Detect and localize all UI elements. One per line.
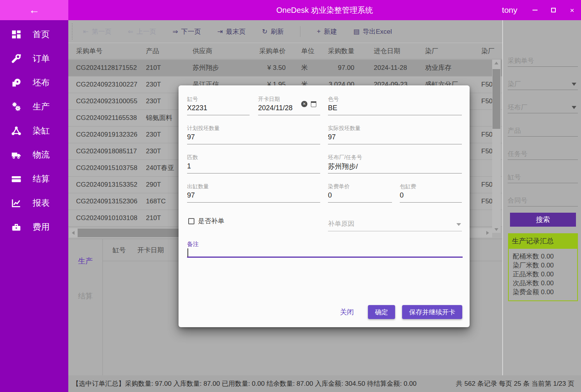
clear-icon[interactable]: ✕ — [301, 101, 307, 107]
search-input[interactable] — [508, 104, 578, 111]
out-qty-input[interactable] — [187, 190, 320, 203]
text-caret — [187, 248, 188, 257]
sidebar-item-settlement[interactable]: 结算 — [0, 167, 68, 191]
selected-order-summary: 【选中订单汇总】采购数量: 97.00 入库数量: 87.00 已用数量: 0.… — [72, 379, 416, 388]
dye-price-label: 染费单价 — [328, 183, 392, 190]
actual-qty-input[interactable] — [328, 132, 462, 144]
toolbar-label: 新建 — [324, 27, 337, 36]
chevron-down-icon — [456, 223, 461, 226]
scroll-down-icon[interactable] — [492, 226, 501, 233]
vertical-scrollbar[interactable] — [492, 59, 501, 233]
sidebar-item-production[interactable]: 生产 — [0, 95, 68, 119]
sidebar-item-fabric[interactable]: 坯布 — [0, 71, 68, 95]
detail-column-header[interactable]: 开卡日期 — [137, 246, 164, 255]
sidebar-item-reports[interactable]: 报表 — [0, 191, 68, 215]
column-header[interactable]: 单位 — [286, 43, 317, 59]
toolbar-first-page-button: ⇤第一页 — [83, 27, 111, 36]
column-header[interactable]: 采购单号 — [68, 43, 146, 59]
table-cell: CG20240910103108 — [68, 210, 146, 226]
scroll-left-icon[interactable] — [69, 228, 77, 238]
chevron-down-icon[interactable] — [572, 106, 576, 109]
toolbar-last-page-button[interactable]: ⇥最末页 — [217, 27, 246, 36]
toolbar-label: 上一页 — [137, 27, 156, 36]
summary-line: 正品米数 0.00 — [513, 270, 573, 279]
toolbar-new-button[interactable]: +新建 — [317, 27, 337, 36]
supplement-checkbox-row[interactable]: 是否补单 — [188, 217, 224, 225]
search-field — [508, 189, 578, 206]
sidebar-item-label: 首页 — [33, 29, 50, 40]
dialog-confirm-button[interactable]: 确定 — [368, 305, 395, 319]
titlebar: ← OneDesk 劝业染整管理系统 tony × — [0, 0, 581, 20]
column-header[interactable]: 采购数量 — [317, 43, 354, 59]
table-row[interactable]: CG20241128171552210T苏州翔步¥ 3.50米97.002024… — [68, 60, 502, 76]
search-input[interactable] — [508, 57, 578, 65]
column-header[interactable]: 产品 — [146, 43, 193, 59]
toolbar-refresh-button[interactable]: ↻刷新 — [262, 27, 284, 36]
sidebar-item-home[interactable]: 首页 — [0, 23, 68, 47]
user-name[interactable]: tony — [502, 5, 517, 15]
vertical-scrollbar-thumb[interactable] — [493, 69, 500, 129]
dye-price-input[interactable] — [328, 190, 392, 203]
supplement-checkbox[interactable] — [188, 218, 194, 224]
refresh-icon: ↻ — [262, 28, 267, 36]
gears-icon — [11, 101, 24, 112]
table-cell: CG20240923100055 — [68, 93, 146, 109]
column-header[interactable]: 进仓日期 — [354, 43, 424, 59]
column-header[interactable]: 采购单价 — [251, 43, 286, 59]
close-button[interactable]: × — [568, 6, 576, 14]
table-header: 采购单号产品供应商采购单价单位采购数量进仓日期染厂染厂 — [68, 43, 502, 59]
chart-icon — [11, 198, 24, 208]
tab-结算[interactable]: 结算 — [68, 291, 102, 301]
dialog-save-continue-button[interactable]: 保存并继续开卡 — [402, 305, 462, 319]
dialog-close-button[interactable]: 关闭 — [340, 307, 354, 317]
close-icon: × — [570, 7, 574, 14]
table-cell: 2024-11-28 — [354, 60, 424, 76]
toolbar-next-page-button[interactable]: ⇒下一页 — [173, 27, 201, 36]
color-no-input[interactable] — [328, 103, 462, 115]
scroll-right-icon[interactable] — [484, 228, 491, 238]
table-cell: CG20240913153352 — [68, 177, 146, 193]
maximize-button[interactable] — [549, 6, 558, 14]
column-header[interactable]: 染厂 — [424, 43, 480, 59]
search-input[interactable] — [508, 150, 578, 158]
sidebar-item-orders[interactable]: 订单 — [0, 47, 68, 71]
supplement-reason-select[interactable] — [328, 212, 462, 231]
table-cell: CG20240923100227 — [68, 76, 146, 93]
piece-count-input[interactable] — [187, 161, 320, 173]
table-cell: CG20240919132326 — [68, 127, 146, 143]
planned-qty-label: 计划投坯数量 — [187, 125, 320, 132]
search-button[interactable]: 搜索 — [510, 213, 576, 227]
table-cell: CG20240918085117 — [68, 143, 146, 160]
tab-生产[interactable]: 生产 — [68, 256, 102, 266]
remark-input[interactable] — [187, 248, 463, 258]
search-input[interactable] — [508, 173, 578, 181]
column-header[interactable]: 染厂 — [480, 43, 502, 59]
sidebar-item-logistics[interactable]: 物流 — [0, 143, 68, 167]
fabric-roll-icon — [11, 77, 24, 88]
fabric-task-input[interactable] — [328, 161, 462, 173]
minimize-button[interactable] — [531, 6, 539, 14]
maximize-icon — [551, 8, 556, 12]
back-button[interactable]: ← — [0, 0, 68, 20]
search-input[interactable] — [508, 197, 578, 205]
search-field — [508, 50, 578, 67]
gang-no-input[interactable] — [187, 103, 250, 115]
planned-qty-input[interactable] — [187, 132, 320, 144]
calendar-icon[interactable] — [311, 101, 316, 107]
out-qty-label: 出缸数量 — [187, 183, 320, 190]
sidebar-item-expenses[interactable]: 费用 — [0, 215, 68, 239]
gang-no-label: 缸号 — [187, 96, 250, 103]
toolbar-export-excel-button[interactable]: ▤导出Excel — [353, 27, 392, 36]
detail-column-header[interactable]: 缸号 — [113, 246, 126, 255]
chevron-down-icon[interactable] — [572, 83, 576, 86]
prev-page-icon: ⇐ — [128, 28, 133, 36]
toolbar-separator — [300, 26, 300, 37]
toolbar-label: 最末页 — [226, 27, 246, 36]
search-input[interactable] — [508, 127, 578, 135]
scroll-up-icon[interactable] — [492, 59, 501, 66]
sidebar-item-dye-vat[interactable]: 染缸 — [0, 119, 68, 143]
column-header[interactable]: 供应商 — [193, 43, 251, 59]
search-input[interactable] — [508, 80, 578, 88]
package-fee-input[interactable] — [400, 190, 462, 203]
home-grid-icon — [11, 29, 24, 40]
